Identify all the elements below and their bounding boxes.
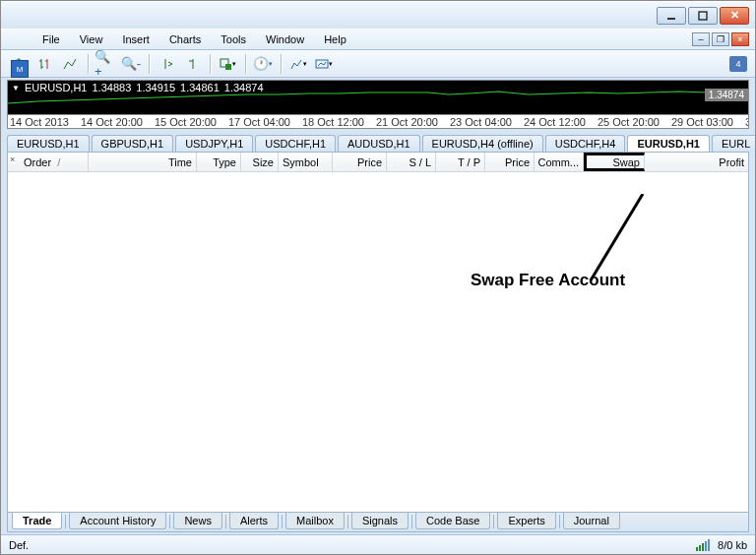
- col-sl[interactable]: S / L: [387, 153, 436, 171]
- terminal-tabs: Trade Account History News Alerts Mailbo…: [8, 512, 748, 531]
- connection-bars-icon[interactable]: [696, 539, 710, 551]
- menu-window[interactable]: Window: [256, 31, 314, 47]
- btab-trade[interactable]: Trade: [12, 513, 62, 529]
- chart-price-label: 1.34874: [705, 89, 748, 101]
- tab-audusd-h1[interactable]: AUDUSD,H1: [338, 135, 420, 152]
- col-tp[interactable]: T / P: [436, 153, 485, 171]
- timeline-tick: 14 Oct 20:00: [81, 116, 143, 128]
- tab-overflow[interactable]: EURL: [712, 135, 756, 152]
- annotation-text: Swap Free Account: [471, 271, 625, 290]
- timeline-tick: 17 Oct 04:00: [228, 116, 290, 128]
- chart-tabs: EURUSD,H1 GBPUSD,H1 USDJPY,H1 USDCHF,H1 …: [7, 132, 749, 152]
- tab-usdchf-h1[interactable]: USDCHF,H1: [255, 135, 336, 152]
- btab-codebase[interactable]: Code Base: [415, 513, 490, 529]
- child-restore-button[interactable]: ❐: [712, 32, 729, 46]
- btab-journal[interactable]: Journal: [563, 513, 620, 529]
- scroll-chart-icon[interactable]: [155, 53, 178, 75]
- zoom-out-icon[interactable]: 🔍-: [119, 53, 143, 75]
- col-commission[interactable]: Comm...: [535, 153, 584, 171]
- status-left: Def.: [9, 539, 29, 551]
- terminal-close-icon[interactable]: ×: [10, 154, 15, 164]
- titlebar: ✕: [1, 1, 755, 29]
- col-time[interactable]: Time: [89, 153, 197, 171]
- menubar: M File View Insert Charts Tools Window H…: [1, 29, 755, 50]
- column-headers: Order / Time Type Size Symbol Price S / …: [8, 153, 748, 172]
- indicators-icon[interactable]: ▾: [216, 53, 239, 75]
- tab-eurusd-h1[interactable]: EURUSD,H1: [7, 135, 90, 152]
- tab-usdchf-h4[interactable]: USDCHF,H4: [545, 135, 626, 152]
- app-icon: M: [11, 60, 29, 78]
- btab-mailbox[interactable]: Mailbox: [285, 513, 345, 529]
- terminal-body: Swap Free Account: [8, 172, 748, 512]
- toolbar: 🔍+ 🔍- ▾ 🕐▾ ▾ ▾ 4: [1, 50, 755, 78]
- child-minimize-button[interactable]: –: [692, 32, 710, 46]
- menu-insert[interactable]: Insert: [112, 31, 159, 47]
- timeline-tick: 29 Oct 03:00: [671, 116, 733, 128]
- maximize-button[interactable]: [688, 7, 718, 25]
- annotation-arrow: [586, 194, 645, 282]
- col-swap[interactable]: Swap: [584, 153, 645, 171]
- close-button[interactable]: ✕: [720, 7, 749, 25]
- timeline-tick: 23 Oct 04:00: [450, 116, 512, 128]
- svg-rect-13: [225, 64, 231, 70]
- status-traffic: 8/0 kb: [718, 539, 747, 551]
- child-close-button[interactable]: ×: [731, 32, 749, 46]
- col-price2[interactable]: Price: [485, 153, 535, 171]
- timeline-tick: 24 Oct 12:00: [524, 116, 586, 128]
- timeline-tick: 30 Oct 11:00: [745, 116, 749, 128]
- timeline-tick: 25 Oct 20:00: [598, 116, 660, 128]
- strategy-tester-icon[interactable]: ▾: [312, 53, 336, 75]
- line-chart-icon[interactable]: [58, 53, 82, 75]
- chart-timeline: 14 Oct 2013 14 Oct 20:00 15 Oct 20:00 17…: [7, 115, 749, 129]
- statusbar: Def. 8/0 kb: [1, 534, 755, 554]
- timeline-tick: 15 Oct 20:00: [155, 116, 217, 128]
- svg-rect-1: [699, 12, 707, 20]
- chart-sparkline: [8, 91, 709, 104]
- bar-chart-icon[interactable]: [32, 53, 56, 75]
- btab-signals[interactable]: Signals: [351, 513, 409, 529]
- timeline-tick: 18 Oct 12:00: [302, 116, 364, 128]
- col-size[interactable]: Size: [241, 153, 279, 171]
- shift-chart-icon[interactable]: [180, 53, 204, 75]
- svg-line-15: [591, 194, 643, 280]
- col-symbol[interactable]: Symbol: [279, 153, 333, 171]
- btab-news[interactable]: News: [173, 513, 222, 529]
- timeline-tick: 21 Oct 20:00: [376, 116, 438, 128]
- col-price1[interactable]: Price: [333, 153, 387, 171]
- mini-chart[interactable]: ▼ EURUSD,H1 1.34883 1.34915 1.34861 1.34…: [7, 80, 749, 115]
- col-profit[interactable]: Profit: [645, 153, 748, 171]
- menu-tools[interactable]: Tools: [211, 31, 256, 47]
- timeline-tick: 14 Oct 2013: [10, 116, 69, 128]
- zoom-in-icon[interactable]: 🔍+: [94, 53, 117, 75]
- menu-view[interactable]: View: [70, 31, 113, 47]
- minimize-button[interactable]: [657, 7, 686, 25]
- menu-file[interactable]: File: [32, 31, 70, 47]
- tab-gbpusd-h1[interactable]: GBPUSD,H1: [92, 135, 174, 152]
- periods-icon[interactable]: 🕐▾: [251, 53, 275, 75]
- tab-eurusd-h4-offline[interactable]: EURUSD,H4 (offline): [422, 135, 543, 152]
- notification-badge[interactable]: 4: [729, 56, 747, 72]
- menu-help[interactable]: Help: [314, 31, 356, 47]
- col-order[interactable]: Order /: [20, 153, 89, 171]
- btab-alerts[interactable]: Alerts: [229, 513, 279, 529]
- btab-history[interactable]: Account History: [69, 513, 166, 529]
- btab-experts[interactable]: Experts: [497, 513, 555, 529]
- menu-charts[interactable]: Charts: [159, 31, 211, 47]
- templates-icon[interactable]: ▾: [286, 53, 310, 75]
- col-type[interactable]: Type: [197, 153, 241, 171]
- tab-eurusd-h1-active[interactable]: EURUSD,H1: [627, 135, 710, 152]
- terminal-panel: × Terminal Order / Time Type Size Symbol…: [7, 152, 749, 532]
- tab-usdjpy-h1[interactable]: USDJPY,H1: [175, 135, 253, 152]
